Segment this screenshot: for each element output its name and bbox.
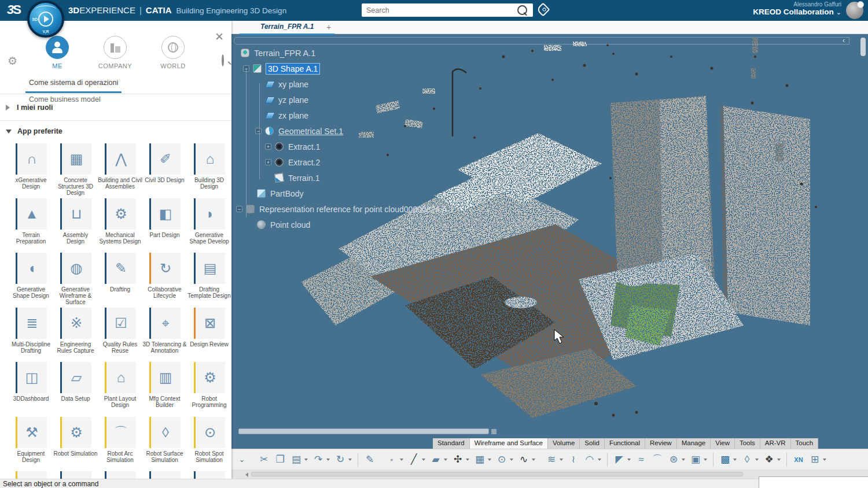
dropdown-caret[interactable] (532, 459, 535, 461)
surface-edit-icon[interactable]: ◤ (611, 452, 627, 468)
sketch-icon[interactable]: ✎ (362, 452, 378, 468)
app-tile-quality-rules-reuse[interactable]: ☑Quality Rules Reuse (98, 308, 142, 363)
play-icon[interactable] (38, 12, 53, 27)
tree-item-terrain-1[interactable]: Terrain.1 (236, 170, 514, 186)
dropdown-caret[interactable] (823, 459, 826, 461)
app-tile-partial[interactable]: ▭ (53, 471, 98, 479)
tree-item-representation-reference[interactable]: −Representation reference for point clou… (236, 201, 514, 217)
axis-system-icon[interactable]: ✣ (450, 452, 466, 468)
search-input[interactable] (362, 6, 517, 14)
app-tile-robot-spot-simulation[interactable]: ⊙Robot Spot Simulation (187, 417, 231, 472)
app-tile-generative-wireframe-surface[interactable]: ◍Generative Wireframe & Surface (53, 253, 98, 308)
app-tile-plant-layout[interactable]: ⌂Plant Layout Design (98, 362, 142, 417)
shell-icon[interactable]: ◠ (582, 452, 598, 468)
ribbon-tab-touch[interactable]: Touch (791, 438, 819, 449)
scope-company[interactable]: COMPANY (92, 36, 138, 69)
scrollbar-button[interactable] (491, 429, 496, 434)
expand-node-icon[interactable]: + (265, 159, 271, 165)
scope-world[interactable]: WORLD (150, 36, 196, 69)
command-input-box[interactable] (759, 476, 868, 488)
app-tile-building-civil-assemblies[interactable]: ⋀Building and Civil Assemblies (98, 143, 142, 198)
vertical-scrollbar[interactable] (860, 38, 866, 56)
tree-item-zx-plane[interactable]: zx plane (236, 108, 514, 123)
dropdown-caret[interactable] (627, 459, 631, 461)
workspace-selector[interactable]: KREOD Collaboration⌄ (753, 8, 841, 16)
dropdown-caret[interactable] (777, 459, 781, 461)
ribbon-tab-ar-vr[interactable]: AR-VR (760, 438, 791, 449)
tag-icon[interactable] (536, 2, 550, 16)
copy-icon[interactable]: ❐ (272, 452, 288, 468)
app-tile-robot-programming[interactable]: ⚙Robot Programming (187, 362, 231, 417)
app-tile-3d-tolerancing[interactable]: ⌖3D Tolerancing & Annotation (142, 308, 187, 363)
ribbon-tab-standard[interactable]: Standard (433, 438, 470, 449)
ribbon-tab-manage[interactable]: Manage (677, 438, 711, 449)
search-bar[interactable] (362, 3, 533, 17)
app-tile-concrete-structures[interactable]: ▦Concrete Structures 3D Design (53, 143, 98, 198)
shaded-view-icon[interactable]: ▣ (687, 452, 704, 468)
horizontal-scrollbar[interactable] (238, 428, 489, 434)
circle-icon[interactable]: ⊙ (494, 452, 510, 468)
app-tile-robot-simulation[interactable]: ⚙Robot Simulation (53, 417, 98, 472)
xn-measure-icon[interactable]: XN (790, 452, 807, 468)
scroll-left-icon[interactable] (245, 472, 248, 477)
spline-icon[interactable]: ∿ (516, 452, 532, 468)
app-tile-robot-surface-simulation[interactable]: ◊Robot Surface Simulation (142, 417, 187, 472)
ribbon-tab-review[interactable]: Review (645, 438, 677, 449)
pattern-icon[interactable]: ▩ (717, 452, 733, 468)
app-tile-generative-shape-design[interactable]: ◖Generative Shape Design (9, 253, 53, 308)
app-tile-partial[interactable]: ◠ (142, 471, 187, 479)
app-tile-partial[interactable]: ◠ (98, 471, 142, 479)
collapse-node-icon[interactable]: − (236, 206, 242, 212)
dropdown-caret[interactable] (682, 459, 685, 461)
app-tile-mechanical-systems[interactable]: ⚙Mechanical Systems Design (98, 198, 142, 253)
add-tab-button[interactable]: + (323, 23, 334, 32)
ribbon-tab-solid[interactable]: Solid (580, 438, 605, 449)
panel-search-icon[interactable] (222, 56, 224, 66)
line-icon[interactable]: ╱ (406, 452, 422, 468)
dropdown-caret[interactable] (733, 459, 737, 461)
app-tile-data-setup[interactable]: ▱Data Setup (53, 362, 98, 417)
plane-icon[interactable]: ▰ (428, 452, 444, 468)
dropdown-caret[interactable] (348, 459, 352, 461)
tree-item-3d-shape[interactable]: −3D Shape A.1 (236, 61, 514, 76)
app-tile-multi-discipline-drafting[interactable]: ≣Multi-Discipline Drafting (9, 308, 53, 363)
tree-item-extract-1[interactable]: +Extract.1 (236, 139, 514, 154)
scroll-track[interactable] (251, 472, 743, 476)
cut-icon[interactable]: ✂ (256, 452, 272, 468)
app-tile-engineering-rules-capture[interactable]: ※Engineering Rules Capture (53, 308, 98, 363)
dropdown-caret[interactable] (560, 459, 563, 461)
app-tile-mfg-context-builder[interactable]: ▥Mfg Context Builder (142, 362, 187, 417)
close-icon[interactable]: ✕ (215, 30, 224, 43)
gear-icon[interactable]: ⚙ (8, 54, 17, 68)
app-tile-partial[interactable]: ◌ (9, 471, 53, 479)
app-tile-collaborative-lifecycle[interactable]: ↻Collaborative Lifecycle (142, 253, 187, 308)
loft-icon[interactable]: ≋ (543, 452, 560, 468)
app-tile-civil-3d-design[interactable]: ✐Civil 3D Design (142, 143, 187, 198)
app-tile-partial[interactable]: ▭ (187, 471, 231, 479)
section-favorite-apps[interactable]: App preferite (0, 121, 231, 142)
tree-item-xy-plane[interactable]: xy plane (236, 76, 514, 92)
window-layout-icon[interactable]: ⊞ (807, 452, 823, 468)
avatar[interactable] (846, 2, 863, 19)
app-tile-assembly-design[interactable]: ⊔Assembly Design (53, 198, 98, 253)
dropdown-caret[interactable] (704, 459, 707, 461)
dropdown-caret[interactable] (598, 459, 601, 461)
tree-item-root[interactable]: Terrain_FPR A.1 (236, 45, 514, 61)
transform-icon[interactable]: ❖ (761, 452, 777, 468)
dropdown-caret[interactable] (304, 459, 308, 461)
collapse-toolbar-icon[interactable]: ⌄ (234, 452, 250, 468)
app-tile-generative-shape-develop[interactable]: ◗Generative Shape Develop (187, 198, 231, 253)
app-tile-drafting-template[interactable]: ▤Drafting Template Design (187, 253, 231, 308)
surface-icon[interactable]: ◊ (739, 452, 755, 468)
styled-sweep-icon[interactable]: ≈ (633, 452, 649, 468)
tab-operations[interactable]: Come sistema di operazioni (25, 76, 122, 93)
3d-viewport[interactable]: ‹ Terrain_FPR A.1 −3D Shape A.1 xy plane… (231, 34, 868, 449)
dropdown-caret[interactable] (444, 459, 447, 461)
user-block[interactable]: Alessandro Gaffuri KREOD Collaboration⌄ (753, 1, 841, 16)
dassault-logo[interactable]: 3S (7, 2, 20, 17)
dropdown-caret[interactable] (400, 459, 403, 461)
app-tile-building-3d-design[interactable]: ⌂Building 3D Design (187, 143, 231, 198)
redo-icon[interactable]: ↷ (310, 452, 326, 468)
swirl-surface-icon[interactable]: ⊛ (665, 452, 682, 468)
app-tile-equipment-design[interactable]: ⚒Equipment Design (9, 417, 53, 472)
